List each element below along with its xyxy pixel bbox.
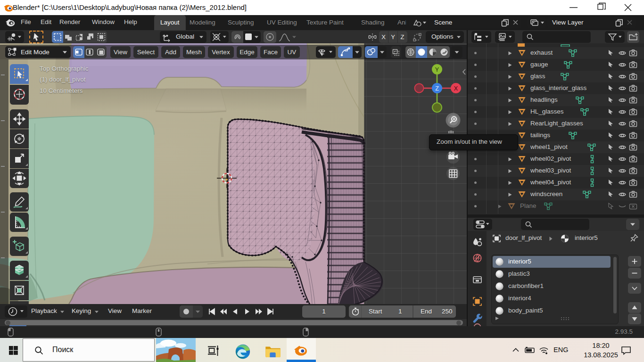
svg-text:Y: Y xyxy=(435,66,439,73)
svg-text:Z: Z xyxy=(435,85,439,92)
svg-text:X: X xyxy=(454,85,458,92)
